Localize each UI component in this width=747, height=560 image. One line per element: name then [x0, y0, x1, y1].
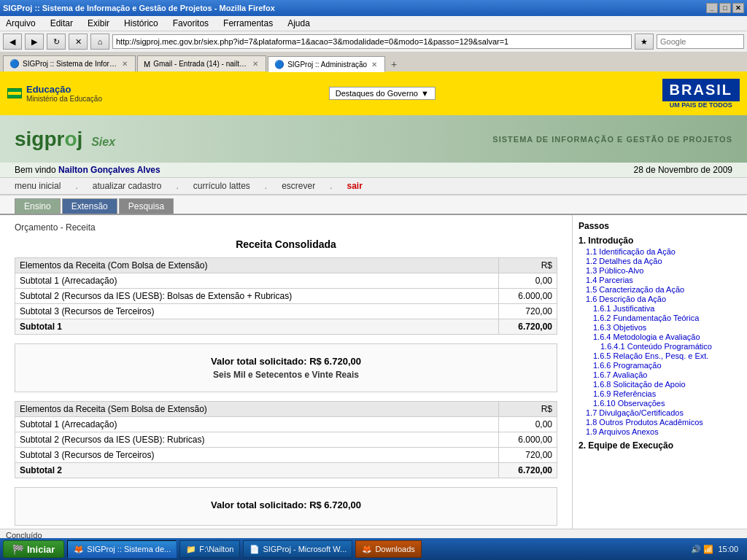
- nav-atualizar-cadastro[interactable]: atualizar cadastro: [93, 181, 162, 191]
- minimize-button[interactable]: _: [706, 3, 718, 13]
- table1-header-label: Elementos da Receita (Com Bolsa de Exten…: [15, 258, 499, 273]
- brazil-flag-small: [7, 88, 22, 98]
- sidebar-link-1-1[interactable]: 1.1 Identificação da Ação: [578, 247, 741, 256]
- menu-bar: Arquivo Editar Exibir Histórico Favorito…: [0, 16, 747, 31]
- home-button[interactable]: ⌂: [90, 34, 109, 50]
- menu-editar[interactable]: Editar: [47, 18, 76, 29]
- sidebar-link-1-6-4-1[interactable]: 1.6.4.1 Conteúdo Programático: [578, 342, 741, 351]
- sidebar-link-1-8[interactable]: 1.8 Outros Produtos Acadêmicos: [578, 418, 741, 427]
- sidebar-link-1-6-2[interactable]: 1.6.2 Fundamentação Teórica: [578, 314, 741, 322]
- sidebar-link-1-9[interactable]: 1.9 Arquivos Anexos: [578, 427, 741, 436]
- education-logo: Educação Ministério da Educação: [7, 84, 102, 103]
- taskbar-item-folder[interactable]: 📁 F:\Nailton: [179, 540, 240, 558]
- table-receita-com-bolsa: Elementos da Receita (Com Bolsa de Exten…: [15, 257, 557, 335]
- forward-button[interactable]: ▶: [25, 34, 44, 50]
- back-button[interactable]: ◀: [3, 34, 22, 50]
- nav-escrever[interactable]: escrever: [282, 181, 315, 191]
- windows-flag-icon: 🏁: [12, 544, 24, 555]
- menu-ajuda[interactable]: Ajuda: [285, 18, 313, 29]
- taskbar-right: 🔊 📶 15:00: [691, 545, 744, 554]
- education-subtitle: Ministério da Educação: [26, 95, 102, 103]
- sidebar-link-1-6-4[interactable]: 1.6.4 Metodologia e Avaliação: [578, 332, 741, 341]
- tab-ensino[interactable]: Ensino: [15, 198, 61, 214]
- tab-sigproj-sistema[interactable]: 🔵 SIGProj :: Sistema de Informaç... ✕: [3, 55, 136, 71]
- taskbar-icon-folder: 📁: [186, 545, 196, 554]
- summary-box-1: Valor total solicitado: R$ 6.720,00 Seis…: [15, 343, 557, 392]
- tab-icon-sigproj: 🔵: [9, 59, 20, 69]
- table-row: Subtotal 3 (Recursos de Terceiros) 720,0…: [15, 448, 557, 463]
- sidebar-link-1-6-8[interactable]: 1.6.8 Solicitação de Apoio: [578, 380, 741, 389]
- sidebar-link-1-6-3[interactable]: 1.6.3 Objetivos: [578, 323, 741, 332]
- window-controls: _ □ ✕: [706, 3, 744, 13]
- tab-extensao[interactable]: Extensão: [62, 198, 117, 214]
- table-receita-sem-bolsa: Elementos da Receita (Sem Bolsa de Exten…: [15, 401, 557, 478]
- sidebar-link-1-6-7[interactable]: 1.6.7 Avaliação: [578, 370, 741, 379]
- sidebar-link-1-7[interactable]: 1.7 Divulgação/Certificados: [578, 408, 741, 417]
- left-content: Orçamento - Receita Receita Consolidada …: [0, 215, 572, 529]
- go-button[interactable]: ★: [635, 34, 654, 50]
- nav-curriculo-lattes[interactable]: currículo lattes: [193, 181, 250, 191]
- tab-close-sigproj[interactable]: ✕: [120, 60, 129, 69]
- sidebar-header: Passos: [578, 221, 741, 231]
- taskbar: 🏁 Iniciar 🦊 SIGProj :: Sistema de... 📁 F…: [0, 538, 747, 560]
- sidebar-link-1-6-6[interactable]: 1.6.6 Programação: [578, 361, 741, 370]
- taskbar-item-sigproj[interactable]: 🦊 SIGProj :: Sistema de...: [67, 540, 177, 558]
- sigproj-logo-text: sigproj Siex: [15, 128, 115, 151]
- section-title: Receita Consolidada: [15, 238, 557, 250]
- sidebar-link-1-3[interactable]: 1.3 Público-Alvo: [578, 266, 741, 275]
- menu-historico[interactable]: Histórico: [121, 18, 161, 29]
- sidebar-link-1-4[interactable]: 1.4 Parcerias: [578, 276, 741, 284]
- tab-gmail[interactable]: M Gmail - Entrada (14) - nailtonalves@gm…: [137, 55, 266, 71]
- menu-arquivo[interactable]: Arquivo: [3, 18, 39, 29]
- taskbar-item-downloads[interactable]: 🦊 Downloads: [355, 540, 421, 558]
- tab-icon-admin: 🔵: [274, 60, 285, 69]
- browser-tabs: 🔵 SIGProj :: Sistema de Informaç... ✕ M …: [0, 52, 747, 71]
- welcome-bar: Bem vindo Nailton Gonçalves Alves 28 de …: [0, 163, 747, 178]
- tab-close-admin[interactable]: ✕: [370, 60, 379, 69]
- stop-button[interactable]: ✕: [69, 34, 88, 50]
- nav-sair[interactable]: sair: [347, 181, 363, 191]
- menu-exibir[interactable]: Exibir: [85, 18, 112, 29]
- taskbar-icon-sigproj: 🦊: [74, 545, 84, 554]
- sidebar-link-1-6-10[interactable]: 1.6.10 Observações: [578, 399, 741, 408]
- tab-icon-gmail: M: [144, 60, 150, 69]
- refresh-button[interactable]: ↻: [47, 34, 66, 50]
- summary1-value: R$ 6.720,00: [309, 356, 361, 367]
- current-date: 28 de Novembro de 2009: [634, 165, 732, 175]
- summary1-label: Valor total solicitado:: [211, 356, 306, 367]
- sidebar-link-1-6-9[interactable]: 1.6.9 Referências: [578, 389, 741, 398]
- taskbar-item-word[interactable]: 📄 SIGProj - Microsoft W...: [243, 540, 352, 558]
- menu-favoritos[interactable]: Favoritos: [170, 18, 212, 29]
- nav-menu-inicial[interactable]: menu inicial: [15, 181, 61, 191]
- tab-pesquisa[interactable]: Pesquisa: [119, 198, 174, 214]
- welcome-text: Bem vindo: [15, 165, 56, 175]
- table2-header-label: Elementos da Receita (Sem Bolsa de Exten…: [15, 402, 499, 417]
- taskbar-time: 15:00: [718, 545, 738, 553]
- summary-box-2: Valor total solicitado: R$ 6.720,00: [15, 487, 557, 526]
- menu-ferramentas[interactable]: Ferramentas: [220, 18, 276, 29]
- sidebar-link-1-6-5[interactable]: 1.6.5 Relação Ens., Pesq. e Ext.: [578, 351, 741, 360]
- sigproj-banner: sigproj Siex SISTEMA DE INFORMAÇÃO E GES…: [0, 115, 747, 163]
- title-bar: SIGProj :: Sistema de Informação e Gestã…: [0, 0, 747, 16]
- sidebar-link-1-2[interactable]: 1.2 Detalhes da Ação: [578, 257, 741, 265]
- page-header: Educação Ministério da Educação Destaque…: [0, 71, 747, 115]
- education-title: Educação: [26, 84, 102, 95]
- start-button[interactable]: 🏁 Iniciar: [3, 540, 64, 558]
- sidebar-link-1-6-1[interactable]: 1.6.1 Justificativa: [578, 304, 741, 313]
- sigproj-subtitle: SISTEMA DE INFORMAÇÃO E GESTÃO DE PROJET…: [492, 135, 732, 144]
- gov-dropdown[interactable]: Destaques do Governo ▼: [329, 87, 436, 100]
- tab-close-gmail[interactable]: ✕: [251, 60, 260, 69]
- table-row: Subtotal 2 (Recursos da IES (UESB): Rubr…: [15, 432, 557, 448]
- tab-sigproj-admin[interactable]: 🔵 SIGProj :: Administração ✕: [268, 56, 385, 72]
- sidebar-link-1-6[interactable]: 1.6 Descrição da Ação: [578, 295, 741, 303]
- table-row: Subtotal 1 (Arrecadação) 0,00: [15, 417, 557, 432]
- sidebar-link-1-5[interactable]: 1.5 Caracterização da Ação: [578, 285, 741, 294]
- content-tabs: Ensino Extensão Pesquisa: [0, 195, 747, 214]
- new-tab-button[interactable]: +: [387, 57, 401, 71]
- close-button[interactable]: ✕: [732, 3, 744, 13]
- address-input[interactable]: [112, 34, 632, 49]
- summary2-label: Valor total solicitado:: [211, 499, 306, 510]
- table-row: Subtotal 2 (Recursos da IES (UESB): Bols…: [15, 289, 557, 304]
- maximize-button[interactable]: □: [719, 3, 731, 13]
- search-input[interactable]: [657, 34, 744, 49]
